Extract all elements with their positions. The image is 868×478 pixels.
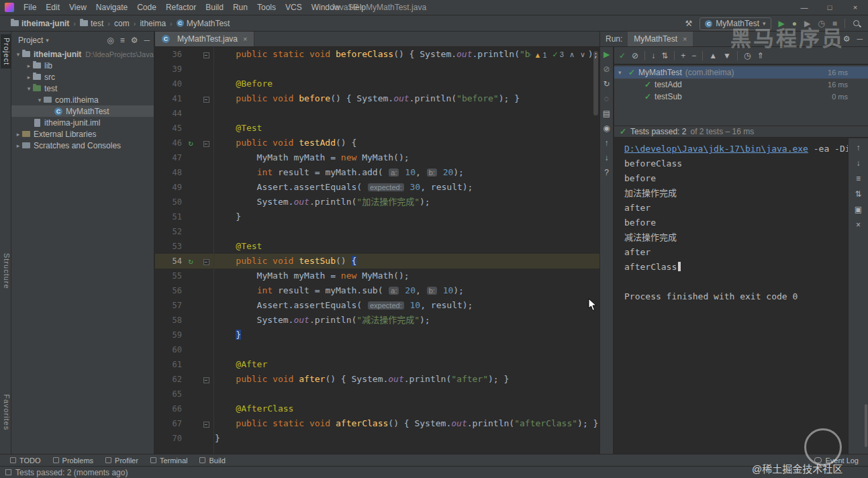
menu-edit[interactable]: Edit [41,0,64,15]
editor-line-56[interactable]: 56 int result = myMath.sub( a: 20, b: 10… [155,283,599,298]
run-test-gutter-icon[interactable]: ↻ [182,254,199,269]
editor-line-59[interactable]: 59 } [155,328,599,342]
test-tree-item-testadd[interactable]: ✓testAdd16 ms [614,79,868,91]
editor-line-53[interactable]: 53 @Test [155,239,599,254]
tool-window-button-build[interactable]: Build [193,455,231,466]
profiler-icon[interactable]: ◷ [818,19,824,28]
tool-window-button-problems[interactable]: Problems [47,455,99,466]
project-tree-item-com.itheima[interactable]: ▾com.itheima [11,94,154,105]
tool-window-button-profiler[interactable]: Profiler [99,455,144,466]
editor-line-54[interactable]: 54↻− public void testSub() { [155,254,599,269]
editor-line-48[interactable]: 48 int result = myMath.add( a: 10, b: 20… [155,165,599,180]
menu-tools[interactable]: Tools [252,0,281,15]
editor-line-47[interactable]: 47 MyMath myMath = new MyMath(); [155,150,599,165]
test-tree-item-testsub[interactable]: ✓testSub0 ms [614,91,868,103]
chevron-down-icon[interactable]: ▾ [46,37,49,44]
rerun-failed-button[interactable]: ↻ [603,80,610,88]
menu-file[interactable]: File [19,0,41,15]
export-results-button[interactable]: ⇑ [757,52,763,60]
previous-problem-icon[interactable]: ∧ [569,50,575,59]
editor-line-44[interactable]: 44 [155,106,599,121]
settings-gear-icon[interactable]: ⚙ [843,35,851,43]
editor-line-70[interactable]: 70} [155,431,599,446]
editor-line-49[interactable]: 49 Assert.assertEquals( expected: 30, re… [155,180,599,195]
close-button[interactable]: × [842,0,868,15]
editor-line-39[interactable]: 39 [155,62,599,77]
menu-code[interactable]: Code [132,0,161,15]
previous-occurrence-button[interactable]: ↑ [605,139,609,147]
sort-by-duration-button[interactable]: ↓ [651,52,655,60]
fold-marker-icon[interactable]: − [199,136,213,150]
pin-tab-button[interactable]: ◉ [603,124,610,132]
fold-marker-icon[interactable]: − [199,47,213,62]
breadcrumb-item-itheima[interactable]: itheima [138,19,167,28]
run-tab-mymathtest[interactable]: MyMathTest × [628,32,693,46]
close-tab-icon[interactable]: × [683,35,687,43]
debug-bug-icon[interactable]: ● [792,19,797,28]
run-button[interactable]: ▶ [779,19,785,28]
restore-layout-button[interactable]: ▤ [603,109,610,117]
search-everywhere-icon[interactable] [853,19,861,28]
fold-marker-icon[interactable]: − [199,372,213,387]
view-menu-icon[interactable]: ≡ [120,36,125,44]
stop-icon[interactable]: ■ [832,19,837,28]
menu-vcs[interactable]: VCS [281,0,307,15]
collapse-all-button[interactable]: − [691,52,696,60]
next-occurrence-button[interactable]: ↓ [605,154,609,162]
minimize-button[interactable]: — [791,0,817,15]
editor-line-51[interactable]: 51 } [155,209,599,224]
run-test-gutter-icon[interactable]: ↻ [182,136,199,150]
project-tree-item-test[interactable]: ▾test [11,83,154,94]
locate-file-icon[interactable]: ◎ [107,36,113,44]
app-logo-icon[interactable] [5,3,14,12]
next-problem-icon[interactable]: ∨ [580,50,585,59]
rerun-tests-button[interactable]: ▶ [604,50,610,58]
project-tree-item-itheima-junit.iml[interactable]: itheima-junit.iml [11,117,154,128]
tree-arrow-icon[interactable]: ▾ [14,51,22,58]
tool-window-button-terminal[interactable]: Terminal [144,455,194,466]
test-tree-item-mymathtest[interactable]: ▾✓MyMathTest(com.itheima)16 ms [614,66,868,79]
editor-line-60[interactable]: 60 [155,342,599,357]
expand-all-button[interactable]: + [681,52,685,60]
editor-tab-mymathtest[interactable]: C MyMathTest.java × [155,32,254,46]
editor-line-66[interactable]: 66 @AfterClass [155,401,599,416]
run-configuration-select[interactable]: CMyMathTest▾ [700,17,771,30]
tool-strip-project[interactable]: Project [1,34,11,68]
settings-gear-icon[interactable]: ⚙ [131,36,138,44]
close-tab-icon[interactable]: × [243,35,247,43]
tree-arrow-icon[interactable]: ▸ [25,74,33,81]
breadcrumb-item-com[interactable]: com [113,19,131,28]
hide-panel-icon[interactable]: ─ [144,36,150,44]
console-link[interactable]: D:\develop\Java\jdk-17\bin\java.exe [624,144,808,154]
tool-strip-structure[interactable]: Structure [1,250,11,293]
editor-line-50[interactable]: 50 System.out.println("加法操作完成"); [155,195,599,209]
test-history-button[interactable]: ◷ [744,52,751,60]
tree-arrow-icon[interactable]: ▸ [14,142,22,149]
scroll-to-bottom-button[interactable]: ↓ [857,159,861,167]
editor-line-55[interactable]: 55 MyMath myMath = new MyMath(); [155,269,599,283]
editor-line-58[interactable]: 58 System.out.println("减法操作完成"); [155,313,599,328]
show-ignored-toggle[interactable]: ⊘ [632,52,638,60]
next-failed-test-button[interactable]: ▼ [723,52,731,60]
show-passed-toggle[interactable]: ✓ [619,52,626,60]
menu-navigate[interactable]: Navigate [91,0,132,15]
tool-window-button-todo[interactable]: TODO [4,455,47,466]
run-with-coverage-icon[interactable]: ▶ [804,19,810,28]
scroll-to-end-toggle[interactable]: ⇅ [855,190,861,198]
inspections-widget[interactable]: ▲1 ✓3 ∧ ∨ [531,50,589,59]
project-tree-item-mymathtest[interactable]: CMyMathTest [11,105,154,117]
clear-all-button[interactable]: × [856,221,861,229]
print-button[interactable]: ▣ [855,205,862,213]
menu-run[interactable]: Run [228,0,252,15]
editor-line-62[interactable]: 62− public void after() { System.out.pri… [155,372,599,387]
breadcrumb-item-itheima-junit[interactable]: itheima-junit [9,19,70,28]
tree-arrow-icon[interactable]: ▸ [14,131,22,138]
editor-line-45[interactable]: 45 @Test [155,121,599,136]
project-tree-item-scratches and consoles[interactable]: ▸Scratches and Consoles [11,140,154,151]
toggle-auto-test-button[interactable]: ◌ [604,95,609,103]
tree-arrow-icon[interactable]: ▾ [618,69,625,76]
build-project-icon[interactable]: ⚒ [685,19,693,28]
breadcrumb-item-mymathtest[interactable]: CMyMathTest [175,19,232,28]
menu-build[interactable]: Build [201,0,228,15]
editor-line-57[interactable]: 57 Assert.assertEquals( expected: 10, re… [155,298,599,313]
